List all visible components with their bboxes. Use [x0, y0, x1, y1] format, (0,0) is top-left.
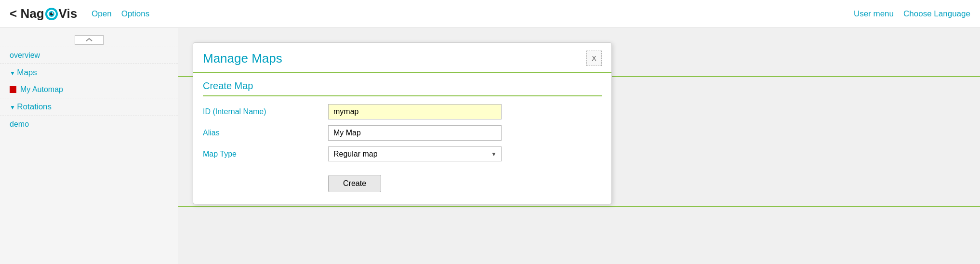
logo-text-2: Vis — [59, 6, 78, 21]
dialog-close-button[interactable]: X — [586, 51, 602, 66]
nav-right: User menu Choose Language — [854, 9, 970, 19]
logo-text: < Nag — [10, 6, 44, 21]
svg-point-4 — [52, 12, 53, 13]
map-type-select[interactable]: Regular map Geographical map Dynamic map — [328, 146, 502, 161]
main-layout: overview Maps My Automap Rotations demo … — [0, 28, 980, 264]
logo: < Nag Vis — [10, 6, 77, 21]
manage-maps-dialog: Manage Maps X Create Map ID (Internal Na… — [193, 42, 612, 204]
choose-language-link[interactable]: Choose Language — [903, 9, 970, 19]
topbar: < Nag Vis Open Options User menu Choose … — [0, 0, 980, 28]
map-type-label: Map Type — [203, 150, 328, 158]
sidebar-section-maps[interactable]: Maps — [0, 64, 178, 81]
alias-label: Alias — [203, 129, 328, 137]
alias-input[interactable] — [328, 125, 502, 141]
nav-open[interactable]: Open — [92, 9, 112, 19]
logo-eye-icon — [45, 7, 58, 21]
sidebar-automap-label: My Automap — [20, 85, 63, 94]
sidebar-item-automap[interactable]: My Automap — [0, 81, 178, 98]
sidebar-section-rotations[interactable]: Rotations — [0, 98, 178, 116]
sidebar-item-overview[interactable]: overview — [0, 47, 178, 64]
collapse-icon — [85, 38, 93, 42]
nav-options[interactable]: Options — [121, 9, 150, 19]
create-button-row: Create — [203, 167, 602, 192]
dialog-overlay: Manage Maps X Create Map ID (Internal Na… — [178, 28, 980, 264]
map-type-select-wrapper: Regular map Geographical map Dynamic map — [328, 146, 502, 161]
main-nav: Open Options — [92, 9, 854, 19]
sidebar-item-demo[interactable]: demo — [0, 116, 178, 132]
dialog-header: Manage Maps X — [193, 43, 611, 73]
id-input[interactable] — [328, 104, 502, 119]
create-map-section-title: Create Map — [203, 80, 602, 96]
form-row-alias: Alias — [203, 125, 602, 141]
id-label: ID (Internal Name) — [203, 107, 328, 116]
automap-status-icon — [10, 86, 16, 93]
form-row-id: ID (Internal Name) — [203, 104, 602, 119]
sidebar: overview Maps My Automap Rotations demo — [0, 28, 178, 264]
user-menu-link[interactable]: User menu — [854, 9, 894, 19]
content-area: Manage Maps X Create Map ID (Internal Na… — [178, 28, 980, 264]
create-button[interactable]: Create — [328, 175, 381, 192]
dialog-body: Create Map ID (Internal Name) Alias Map … — [193, 73, 611, 204]
form-row-map-type: Map Type Regular map Geographical map Dy… — [203, 146, 602, 161]
dialog-title: Manage Maps — [203, 51, 282, 66]
